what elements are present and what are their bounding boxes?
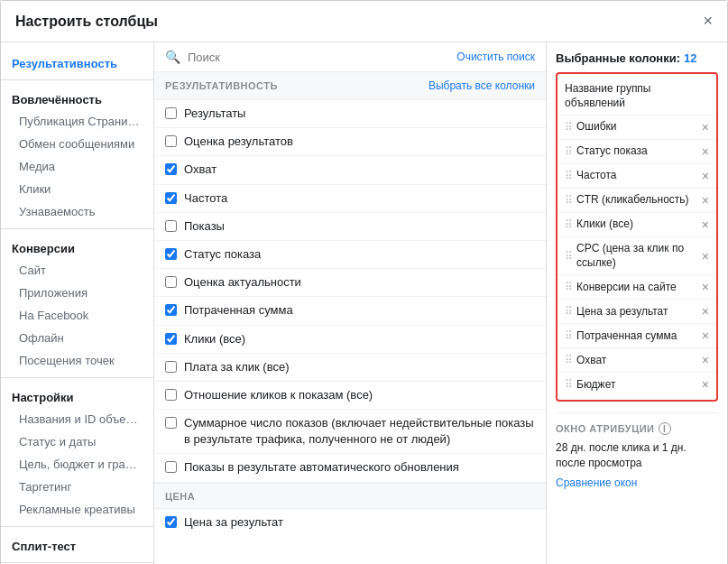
col-remove-2[interactable]: ×	[702, 144, 709, 159]
sidebar-item-obmen-soobsheniyami[interactable]: Обмен сообщениями	[1, 133, 153, 155]
drag-handle-11[interactable]: ⠿	[565, 378, 573, 391]
col-remove-6[interactable]: ×	[702, 249, 709, 264]
col-name-6: CPC (цена за клик по ссылке)	[576, 242, 698, 270]
drag-handle-8[interactable]: ⠿	[565, 305, 573, 318]
checkbox-ohvat-input[interactable]	[165, 163, 177, 175]
drag-handle-3[interactable]: ⠿	[565, 170, 573, 182]
checkbox-cena-za-rezultat: Цена за результат	[154, 509, 546, 536]
attribution-link[interactable]: Сравнение окон	[556, 476, 718, 489]
col-remove-3[interactable]: ×	[702, 169, 709, 183]
sidebar-item-split-test[interactable]: Сплит-тест	[1, 532, 153, 557]
checkbox-pokazy-obnovleniya-input[interactable]	[165, 461, 177, 473]
col-name-1: Ошибки	[576, 120, 698, 134]
sidebar-item-targeting[interactable]: Таргетинг	[1, 476, 153, 498]
checkbox-otnoshenie-klikov-label: Отношение кликов к показам (все)	[184, 387, 373, 403]
selected-columns-label: Выбранные колонки:	[556, 51, 680, 65]
checkbox-summarnoe-chislo-label: Суммарное число показов (включает недейс…	[184, 415, 535, 448]
checkbox-potrachennaya-summa-input[interactable]	[165, 304, 177, 316]
checkbox-ocenka-aktualnosti-input[interactable]	[165, 276, 177, 288]
drag-handle-6[interactable]: ⠿	[565, 250, 573, 263]
close-button[interactable]: ×	[703, 12, 713, 31]
sidebar: Результативность Вовлечённость Публикаци…	[1, 42, 154, 564]
col-remove-8[interactable]: ×	[702, 304, 709, 319]
col-remove-1[interactable]: ×	[702, 120, 709, 134]
sidebar-item-nastroyki[interactable]: Настройки	[1, 384, 153, 408]
col-name-7: Конверсии на сайте	[576, 281, 698, 295]
search-bar: 🔍 Очистить поиск	[154, 42, 546, 72]
col-remove-10[interactable]: ×	[702, 353, 709, 367]
col-remove-9[interactable]: ×	[702, 328, 709, 343]
attribution-text: 28 дн. после клика и 1 дн. после просмот…	[556, 440, 718, 471]
selected-col-item-6: ⠿ CPC (цена за клик по ссылке) ×	[558, 237, 716, 275]
sidebar-item-konversii[interactable]: Конверсии	[1, 235, 153, 259]
sidebar-item-uznavaemost[interactable]: Узнаваемость	[1, 200, 153, 223]
sidebar-item-nazvaniya-id[interactable]: Названия и ID объектов	[1, 408, 153, 430]
col-name-10: Охват	[576, 354, 698, 368]
configure-columns-modal: Настроить столбцы × Результативность Вов…	[0, 0, 728, 564]
checkbox-potrachennaya-summa-label: Потраченная сумма	[184, 302, 293, 319]
section-label: РЕЗУЛЬТАТИВНОСТЬ	[165, 80, 278, 91]
modal-title: Настроить столбцы	[15, 14, 158, 30]
search-input[interactable]	[188, 51, 449, 64]
checkbox-ocenka-rezultatov-input[interactable]	[165, 135, 177, 147]
drag-handle-10[interactable]: ⠿	[565, 354, 573, 366]
checkbox-chastota-input[interactable]	[165, 192, 177, 204]
sidebar-item-reklamnye-kreativy[interactable]: Рекламные креативы	[1, 498, 153, 521]
checkbox-kliki-vse-input[interactable]	[165, 333, 177, 345]
checkbox-pokazy-label: Показы	[184, 218, 225, 235]
checkbox-pokazy-obnovleniya-label: Показы в результате автоматического обно…	[184, 459, 459, 476]
selected-col-item-2: ⠿ Статус показа ×	[558, 140, 716, 164]
checkbox-status-pokaza-input[interactable]	[165, 248, 177, 260]
sidebar-item-vovlechennost[interactable]: Вовлечённость	[1, 86, 153, 110]
selected-columns-count: 12	[684, 51, 696, 65]
checkbox-pokazy-input[interactable]	[165, 220, 177, 232]
selected-columns-box: Название группы объявлений ⠿ Ошибки × ⠿ …	[556, 72, 718, 402]
checkbox-summarnoe-chislo-input[interactable]	[165, 417, 177, 429]
drag-handle-7[interactable]: ⠿	[565, 281, 573, 293]
col-name-4: CTR (кликабельность)	[576, 193, 698, 208]
sidebar-item-rezultativnost[interactable]: Результативность	[1, 50, 153, 74]
drag-handle-4[interactable]: ⠿	[565, 194, 573, 207]
selected-col-item-11: ⠿ Бюджет ×	[558, 373, 716, 396]
drag-handle-2[interactable]: ⠿	[565, 145, 573, 158]
selected-col-item-8: ⠿ Цена за результат ×	[558, 300, 716, 324]
modal-body: Результативность Вовлечённость Публикаци…	[1, 42, 727, 564]
drag-handle-1[interactable]: ⠿	[565, 121, 573, 134]
sidebar-item-prilogheniya[interactable]: Приложения	[1, 282, 153, 304]
checkbox-otnoshenie-klikov-input[interactable]	[165, 389, 177, 401]
checkbox-ocenka-rezultatov: Оценка результатов	[154, 128, 546, 156]
checkbox-plata-za-klik-input[interactable]	[165, 361, 177, 373]
sidebar-item-media[interactable]: Медиа	[1, 155, 153, 178]
sidebar-item-na-facebook[interactable]: На Facebook	[1, 304, 153, 327]
checkbox-rezultaty: Результаты	[154, 100, 546, 128]
checkbox-kliki-vse-label: Клики (все)	[184, 331, 245, 347]
select-all-button[interactable]: Выбрать все колонки	[429, 79, 535, 92]
sidebar-item-status-daty[interactable]: Статус и даты	[1, 430, 153, 453]
checkbox-pokazy-obnovleniya: Показы в результате автоматического обно…	[154, 454, 546, 482]
col-remove-4[interactable]: ×	[702, 193, 709, 208]
info-icon[interactable]: i	[659, 422, 671, 435]
sidebar-item-oflayn[interactable]: Офлайн	[1, 327, 153, 349]
price-section-label: ЦЕНА	[165, 491, 195, 502]
checkbox-pokazy: Показы	[154, 213, 546, 241]
sidebar-item-sayt[interactable]: Сайт	[1, 259, 153, 282]
sidebar-item-kliki[interactable]: Клики	[1, 178, 153, 200]
col-remove-11[interactable]: ×	[702, 377, 709, 392]
col-remove-7[interactable]: ×	[702, 280, 709, 294]
selected-col-item-9: ⠿ Потраченная сумма ×	[558, 324, 716, 348]
checkbox-cena-za-rezultat-input[interactable]	[165, 516, 177, 528]
checkbox-ocenka-aktualnosti: Оценка актуальности	[154, 269, 546, 297]
sidebar-item-tsel-budget[interactable]: Цель, бюджет и график	[1, 453, 153, 476]
sidebar-item-posesheniya-tochek[interactable]: Посещения точек	[1, 349, 153, 372]
sidebar-item-publikaciya-stranitsy[interactable]: Публикация Страницы	[1, 110, 153, 133]
selected-columns-header: Выбранные колонки: 12	[556, 51, 718, 65]
col-remove-5[interactable]: ×	[702, 217, 709, 232]
drag-handle-9[interactable]: ⠿	[565, 329, 573, 342]
selected-col-item-7: ⠿ Конверсии на сайте ×	[558, 275, 716, 300]
drag-handle-5[interactable]: ⠿	[565, 218, 573, 231]
clear-search-button[interactable]: Очистить поиск	[456, 51, 535, 63]
selected-col-item-5: ⠿ Клики (все) ×	[558, 213, 716, 237]
checkbox-rezultaty-input[interactable]	[165, 107, 177, 119]
checkbox-otnoshenie-klikov: Отношение кликов к показам (все)	[154, 382, 546, 410]
attribution-title: ОКНО АТРИБУЦИИ i	[556, 422, 718, 435]
